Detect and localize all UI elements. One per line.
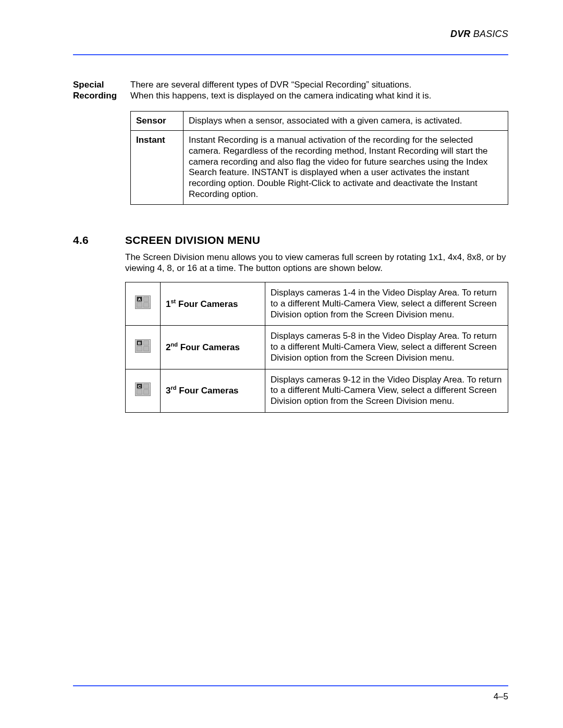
ord-sup: nd (170, 341, 178, 348)
page-number: 4–5 (494, 692, 508, 702)
footer-rule (73, 685, 508, 686)
screen-division-table: A 1st Four Cameras Displays cameras 1-4 … (125, 282, 508, 413)
header-bold: DVR (450, 29, 471, 39)
document-page: DVR BASICS Special Recording There are s… (0, 0, 563, 728)
row-label: Instant (131, 131, 183, 204)
section-heading: 4.6 SCREEN DIVISION MENU (73, 234, 508, 246)
icon-tag: A (137, 297, 142, 302)
table-row: C 3rd Four Cameras Displays cameras 9-12… (126, 369, 508, 412)
row-desc: Displays cameras 9-12 in the Video Displ… (265, 369, 508, 412)
ord-sup: rd (170, 385, 176, 391)
header-rule (73, 54, 508, 55)
quad-grid-icon: B (135, 339, 151, 353)
name-rest: Four Cameras (176, 299, 238, 309)
header-rest: BASICS (471, 29, 508, 39)
icon-tag: B (137, 340, 142, 346)
section-intro: The Screen Division menu allows you to v… (125, 252, 508, 274)
row-name: 1st Four Cameras (161, 282, 265, 326)
row-name: 3rd Four Cameras (161, 369, 265, 412)
quad-grid-icon: C (135, 382, 151, 396)
row-label: Sensor (131, 111, 183, 131)
special-table: Sensor Displays when a sensor, associate… (130, 111, 508, 205)
table-icon-cell: B (126, 326, 161, 369)
row-name: 2nd Four Cameras (161, 326, 265, 369)
table-row: Sensor Displays when a sensor, associate… (131, 111, 508, 131)
table-row: Instant Instant Recording is a manual ac… (131, 131, 508, 204)
name-rest: Four Cameras (178, 342, 240, 352)
special-intro-2: When this happens, text is displayed on … (130, 90, 508, 101)
special-body: There are several different types of DVR… (130, 79, 508, 205)
special-intro-1: There are several different types of DVR… (130, 79, 508, 90)
row-desc: Displays cameras 5-8 in the Video Displa… (265, 326, 508, 369)
quad-grid-icon: A (135, 295, 151, 309)
ord-sup: st (170, 298, 176, 304)
icon-tag: C (137, 384, 142, 389)
row-desc: Instant Recording is a manual activation… (183, 131, 508, 204)
name-rest: Four Cameras (177, 386, 239, 396)
side-label-special: Special Recording (73, 79, 130, 205)
table-row: A 1st Four Cameras Displays cameras 1-4 … (126, 282, 508, 326)
row-desc: Displays when a sensor, associated with … (183, 111, 508, 131)
section-title: SCREEN DIVISION MENU (125, 234, 260, 246)
running-header: DVR BASICS (73, 29, 508, 40)
table-icon-cell: C (126, 369, 161, 412)
special-recording-block: Special Recording There are several diff… (73, 79, 508, 205)
section-number: 4.6 (73, 234, 125, 246)
table-row: B 2nd Four Cameras Displays cameras 5-8 … (126, 326, 508, 369)
table-icon-cell: A (126, 282, 161, 326)
row-desc: Displays cameras 1-4 in the Video Displa… (265, 282, 508, 326)
